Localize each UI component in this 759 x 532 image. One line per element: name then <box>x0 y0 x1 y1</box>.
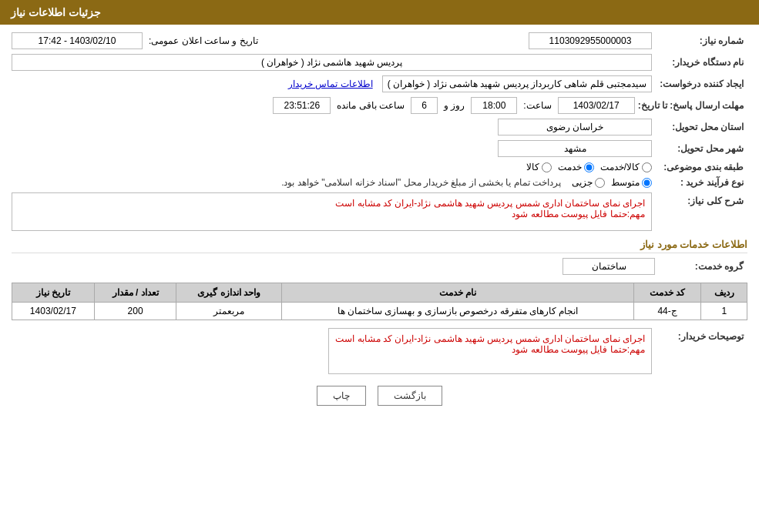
col-row: ردیف <box>701 283 747 303</box>
process-radio-partial[interactable] <box>595 178 605 188</box>
buyer-desc-label: توصیحات خریدار: <box>655 328 747 342</box>
order-number-value: 1103092955000003 <box>529 32 652 49</box>
city-value: مشهد <box>498 140 652 157</box>
category-label-kala: کالا <box>526 162 539 172</box>
process-note: پرداخت تمام یا بخشی از مبلغ خریدار محل "… <box>281 177 561 188</box>
order-number-label: شماره نیاز: <box>655 35 747 46</box>
table-header-row: ردیف کد خدمت نام خدمت واحد اندازه گیری ت… <box>12 283 747 303</box>
description-text: اجرای نمای ساختمان اداری شمس پردیس شهید … <box>335 198 645 219</box>
process-row: نوع فرآیند خرید : جزیی متوسط پرداخت تمام… <box>12 177 747 188</box>
cell-unit: مربعمتر <box>176 303 282 320</box>
col-qty: تعداد / مقدار <box>94 283 176 303</box>
creator-label: ایجاد کننده درخواست: <box>655 79 747 89</box>
description-value: اجرای نمای ساختمان اداری شمس پردیس شهید … <box>12 192 652 231</box>
category-option-both: کالا/خدمت <box>600 162 652 172</box>
page-header: جزئیات اطلاعات نیاز <box>0 0 759 25</box>
category-radio-kala[interactable] <box>542 162 552 172</box>
service-group-label: گروه خدمت: <box>655 261 747 272</box>
process-option-medium: متوسط <box>611 177 652 188</box>
description-section: شرح کلی نیاز: اجرای نمای ساختمان اداری ش… <box>12 192 747 231</box>
day-label: روز و <box>444 100 465 111</box>
buyer-name-row: نام دستگاه خریدار: پردیس شهید هاشمی نژاد… <box>12 54 747 71</box>
province-label: استان محل تحویل: <box>655 122 747 132</box>
category-option-kala: کالا <box>526 162 552 172</box>
buyer-name-value: پردیس شهید هاشمی نژاد ( خواهران ) <box>12 54 652 71</box>
services-table-section: ردیف کد خدمت نام خدمت واحد اندازه گیری ت… <box>12 283 747 320</box>
print-button[interactable]: چاپ <box>317 386 366 406</box>
cell-row: 1 <box>701 303 747 320</box>
province-row: استان محل تحویل: خراسان رضوی <box>12 119 747 136</box>
category-option-service: خدمت <box>558 162 594 172</box>
cell-name: انجام کارهای متفرقه درخصوص بازسازی و بهس… <box>282 303 634 320</box>
city-label: شهر محل تحویل: <box>655 143 747 154</box>
services-section-title: اطلاعات خدمات مورد نیاز <box>12 239 747 253</box>
service-group-value: ساختمان <box>563 258 655 275</box>
category-radio-service[interactable] <box>584 162 594 172</box>
category-radio-both[interactable] <box>642 162 652 172</box>
buyer-desc-box: اجرای نمای ساختمان اداری شمس پردیس شهید … <box>328 328 652 374</box>
service-group-row: گروه خدمت: ساختمان <box>12 258 747 275</box>
cell-quantity: 200 <box>94 303 176 320</box>
table-row: 1ج-44انجام کارهای متفرقه درخصوص بازسازی … <box>12 303 747 320</box>
time-label: ساعت: <box>523 100 551 111</box>
remaining-label: ساعت باقی مانده <box>337 100 405 111</box>
page-wrapper: جزئیات اطلاعات نیاز شماره نیاز: 11030929… <box>0 0 759 532</box>
city-row: شهر محل تحویل: مشهد <box>12 140 747 157</box>
process-label-partial: جزیی <box>572 177 593 188</box>
main-content: شماره نیاز: 1103092955000003 تاریخ و ساع… <box>0 25 759 421</box>
time-value: 18:00 <box>471 97 517 114</box>
category-row: طبقه بندی موضوعی: کالا خدمت کالا/خدمت <box>12 162 747 172</box>
col-code: کد خدمت <box>633 283 701 303</box>
process-radio-medium[interactable] <box>642 178 652 188</box>
page-title: جزئیات اطلاعات نیاز <box>11 6 101 18</box>
process-option-partial: جزیی <box>572 177 605 188</box>
date-value: 1403/02/17 <box>558 97 635 114</box>
cell-code: ج-44 <box>633 303 701 320</box>
deadline-row: مهلت ارسال پاسخ: تا تاریخ: 1403/02/17 سا… <box>12 97 747 114</box>
services-table: ردیف کد خدمت نام خدمت واحد اندازه گیری ت… <box>12 283 747 320</box>
cell-date: 1403/02/17 <box>12 303 95 320</box>
buyer-name-label: نام دستگاه خریدار: <box>655 57 747 68</box>
process-options: جزیی متوسط <box>572 177 652 188</box>
announce-value: 1403/02/10 - 17:42 <box>12 32 143 49</box>
category-label-service: خدمت <box>558 162 582 172</box>
creator-row: ایجاد کننده درخواست: سیدمجتبی قلم شاهی ک… <box>12 75 747 92</box>
col-unit: واحد اندازه گیری <box>176 283 282 303</box>
process-label-medium: متوسط <box>611 177 640 188</box>
province-value: خراسان رضوی <box>498 119 652 136</box>
creator-value: سیدمجتبی قلم شاهی کاربرداز پردیس شهید ها… <box>382 75 652 92</box>
col-name: نام خدمت <box>282 283 634 303</box>
category-options: کالا خدمت کالا/خدمت <box>526 162 652 172</box>
timer-value: 23:51:26 <box>273 97 331 114</box>
buyer-desc-text: اجرای نمای ساختمان اداری شمس پردیس شهید … <box>335 333 645 355</box>
col-date: تاریخ نیاز <box>12 283 95 303</box>
buyer-desc-section: توصیحات خریدار: اجرای نمای ساختمان اداری… <box>12 328 747 374</box>
announce-label: تاریخ و ساعت اعلان عمومی: <box>149 35 258 46</box>
category-label-both: کالا/خدمت <box>600 162 640 172</box>
date-label: مهلت ارسال پاسخ: تا تاریخ: <box>638 100 747 111</box>
description-label: شرح کلی نیاز: <box>655 192 747 206</box>
order-date-row: شماره نیاز: 1103092955000003 تاریخ و ساع… <box>12 32 747 49</box>
back-button[interactable]: بازگشت <box>378 386 442 406</box>
bottom-buttons: بازگشت چاپ <box>12 386 747 406</box>
day-value: 6 <box>411 97 438 114</box>
process-label: نوع فرآیند خرید : <box>655 177 747 188</box>
creator-link[interactable]: اطلاعات تماس خریدار <box>288 79 373 89</box>
category-label: طبقه بندی موضوعی: <box>655 162 747 172</box>
